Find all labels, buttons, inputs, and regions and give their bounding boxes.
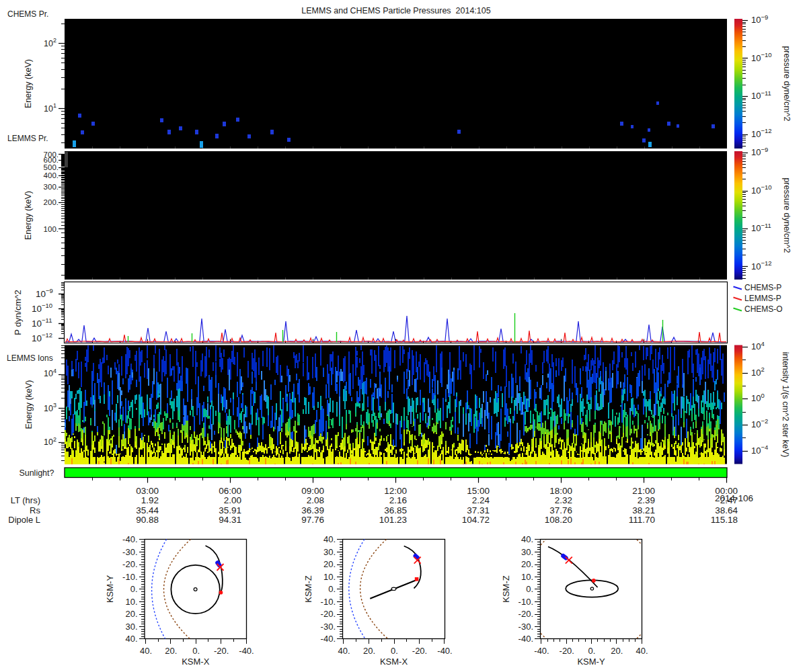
svg-text:-20.: -20. <box>122 559 137 569</box>
svg-text:-40.: -40. <box>239 646 254 656</box>
svg-text:CHEMS-O: CHEMS-O <box>744 304 783 314</box>
svg-text:101.23: 101.23 <box>379 515 407 525</box>
svg-text:-40.: -40. <box>518 634 533 644</box>
svg-text:CHEMS-P: CHEMS-P <box>744 283 781 292</box>
svg-text:20.: 20. <box>363 646 375 656</box>
svg-text:37.31: 37.31 <box>467 505 490 515</box>
svg-text:pressure dyne/cm^2: pressure dyne/cm^2 <box>782 177 792 253</box>
svg-text:2.00: 2.00 <box>224 495 241 505</box>
svg-text:18:00: 18:00 <box>549 486 572 496</box>
svg-text:108.20: 108.20 <box>545 515 572 525</box>
svg-text:03:00: 03:00 <box>136 486 159 496</box>
svg-text:20.: 20. <box>165 646 177 656</box>
svg-text:1.92: 1.92 <box>141 495 159 505</box>
svg-text:Dipole L: Dipole L <box>8 515 40 525</box>
svg-text:115.18: 115.18 <box>711 515 738 525</box>
svg-text:20.: 20. <box>323 559 336 569</box>
svg-text:36.85: 36.85 <box>384 505 407 515</box>
svg-text:0.: 0. <box>130 584 138 594</box>
svg-text:40.: 40. <box>140 646 152 656</box>
svg-text:LT (hrs): LT (hrs) <box>11 495 40 505</box>
svg-text:0.: 0. <box>391 646 398 656</box>
svg-text:40.: 40. <box>323 534 336 544</box>
svg-text:-30.: -30. <box>518 622 533 632</box>
svg-text:0.: 0. <box>192 646 200 656</box>
svg-text:97.76: 97.76 <box>301 515 324 525</box>
svg-text:CHEMS Pr.: CHEMS Pr. <box>7 9 48 19</box>
svg-text:30.: 30. <box>125 622 137 632</box>
svg-text:40.: 40. <box>125 634 137 644</box>
svg-text:500.: 500. <box>44 163 59 171</box>
svg-text:38.64: 38.64 <box>715 505 738 515</box>
svg-text:20.: 20. <box>125 609 137 619</box>
svg-text:35.44: 35.44 <box>136 505 159 515</box>
svg-text:P dyn/cm^2: P dyn/cm^2 <box>13 290 23 335</box>
svg-text:0.: 0. <box>526 584 533 594</box>
svg-text:Energy (keV): Energy (keV) <box>24 191 33 240</box>
svg-text:-40.: -40. <box>321 634 336 644</box>
svg-text:06:00: 06:00 <box>219 486 241 496</box>
svg-text:-40.: -40. <box>534 646 549 656</box>
svg-text:LEMMS and CHEMS Particle Press: LEMMS and CHEMS Particle Pressures 2014:… <box>301 6 490 15</box>
svg-text:200.: 200. <box>44 198 59 206</box>
svg-text:Energy (keV): Energy (keV) <box>24 380 34 429</box>
svg-text:40.: 40. <box>338 646 350 656</box>
svg-text:400.: 400. <box>44 171 59 179</box>
svg-text:700.: 700. <box>44 151 59 159</box>
svg-text:KSM-Y: KSM-Y <box>577 657 605 667</box>
svg-text:10.: 10. <box>125 597 137 607</box>
svg-text:21:00: 21:00 <box>632 486 655 496</box>
svg-text:90.88: 90.88 <box>136 515 159 525</box>
svg-text:111.70: 111.70 <box>629 515 655 525</box>
svg-text:LEMMS-P: LEMMS-P <box>744 294 781 303</box>
svg-text:35.91: 35.91 <box>219 505 241 515</box>
svg-text:LEMMS Ions: LEMMS Ions <box>7 353 53 363</box>
svg-text:-10.: -10. <box>518 597 533 607</box>
svg-text:2.08: 2.08 <box>307 495 324 505</box>
svg-text:2014-106: 2014-106 <box>715 493 753 503</box>
svg-text:15:00: 15:00 <box>467 486 490 496</box>
svg-text:38.21: 38.21 <box>632 505 655 515</box>
svg-text:Sunlight?: Sunlight? <box>19 468 54 478</box>
svg-text:LEMMS Pr.: LEMMS Pr. <box>7 134 48 143</box>
svg-text:0.: 0. <box>588 646 596 656</box>
svg-text:-10.: -10. <box>321 597 336 607</box>
svg-text:-30.: -30. <box>122 547 137 557</box>
svg-text:KSM-Z: KSM-Z <box>303 575 313 603</box>
svg-text:20.: 20. <box>521 559 533 569</box>
svg-text:-30.: -30. <box>321 622 336 632</box>
svg-text:intensity 1/(s cm^2 ster keV): intensity 1/(s cm^2 ster keV) <box>781 352 790 458</box>
svg-text:KSM-X: KSM-X <box>380 657 408 667</box>
svg-text:36.39: 36.39 <box>301 505 324 515</box>
svg-text:Rs: Rs <box>30 505 40 515</box>
svg-text:2.39: 2.39 <box>638 495 655 505</box>
svg-text:10.: 10. <box>521 572 533 582</box>
svg-text:-20.: -20. <box>518 609 533 619</box>
svg-text:-20.: -20. <box>412 646 427 656</box>
svg-text:2.32: 2.32 <box>555 495 572 505</box>
svg-text:09:00: 09:00 <box>301 486 324 496</box>
svg-text:pressure dyne/cm^2: pressure dyne/cm^2 <box>782 46 792 121</box>
svg-text:KSM-X: KSM-X <box>182 657 210 667</box>
svg-text:300.: 300. <box>44 183 59 191</box>
svg-text:-10.: -10. <box>122 572 137 582</box>
svg-text:30.: 30. <box>323 547 336 557</box>
svg-text:-40.: -40. <box>122 534 137 544</box>
svg-text:2.24: 2.24 <box>472 495 490 505</box>
svg-text:KSM-Y: KSM-Y <box>105 575 115 603</box>
svg-text:20.: 20. <box>611 646 623 656</box>
svg-text:30.: 30. <box>521 547 533 557</box>
svg-text:37.76: 37.76 <box>549 505 572 515</box>
svg-text:40.: 40. <box>636 646 648 656</box>
svg-text:100.: 100. <box>44 225 59 233</box>
svg-text:-20.: -20. <box>214 646 229 656</box>
svg-text:-20.: -20. <box>560 646 574 656</box>
svg-text:12:00: 12:00 <box>384 486 407 496</box>
svg-text:40.: 40. <box>521 534 533 544</box>
svg-text:Energy (keV): Energy (keV) <box>24 59 33 108</box>
svg-text:-40.: -40. <box>437 646 452 656</box>
svg-text:KSM-Z: KSM-Z <box>501 575 511 603</box>
svg-text:-20.: -20. <box>321 609 336 619</box>
svg-text:0.: 0. <box>328 584 336 594</box>
svg-text:104.72: 104.72 <box>462 515 490 525</box>
